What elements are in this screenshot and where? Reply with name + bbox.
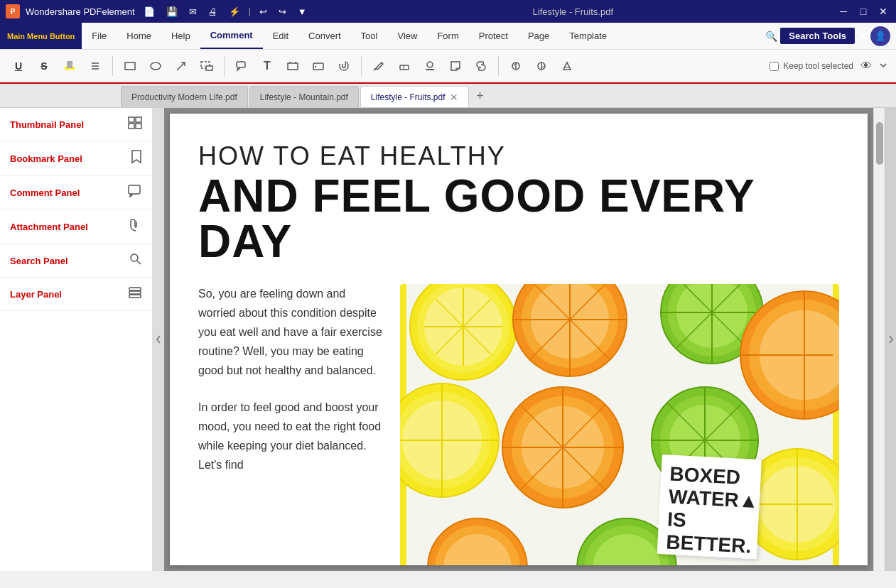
- underline-tool[interactable]: U: [7, 55, 30, 77]
- user-avatar[interactable]: 👤: [870, 26, 890, 46]
- menu-help[interactable]: Help: [161, 23, 200, 49]
- layer-panel-item[interactable]: Layer Panel: [0, 278, 152, 311]
- comment-panel-label: Comment Panel: [10, 187, 80, 198]
- eye-icon[interactable]: 👁: [860, 60, 872, 72]
- svg-rect-1: [67, 61, 72, 68]
- spacing-tool[interactable]: [84, 55, 107, 77]
- tool-11[interactable]: [556, 55, 578, 77]
- svg-line-36: [137, 261, 141, 264]
- svg-text:BETTER.: BETTER.: [666, 530, 752, 557]
- tool-10[interactable]: [530, 55, 553, 77]
- scroll-thumb[interactable]: [876, 122, 883, 165]
- search-panel-icon: [129, 253, 142, 268]
- keep-tool-label: Keep tool selected: [783, 61, 853, 71]
- left-collapse-handle[interactable]: [153, 108, 164, 571]
- search-tools-close[interactable]: ✕: [859, 31, 868, 42]
- textbox-tool[interactable]: [281, 55, 304, 77]
- thumbnail-panel-item[interactable]: Thumbnail Panel: [0, 108, 152, 141]
- menu-file[interactable]: File: [82, 23, 117, 49]
- separator-1: [112, 56, 113, 76]
- tab-label-2: Lifestyle - Mountain.pdf: [260, 92, 348, 102]
- tab-close-fruits[interactable]: ✕: [450, 92, 458, 103]
- main-menu-button[interactable]: Main Menu Button: [0, 23, 82, 49]
- pdf-paragraph-1: So, you are feeling down and worried abo…: [198, 284, 383, 381]
- rectangle-tool[interactable]: [119, 55, 141, 77]
- undo-icon[interactable]: ↩: [257, 5, 270, 18]
- ellipse-tool[interactable]: [144, 55, 167, 77]
- strikethrough-tool[interactable]: S: [33, 55, 55, 77]
- comment-panel-icon: [128, 185, 142, 200]
- tab-productivity[interactable]: Productivity Modern Life.pdf: [121, 86, 248, 107]
- text-tool[interactable]: T: [256, 55, 279, 77]
- menu-tool[interactable]: Tool: [351, 23, 388, 49]
- toolbar-collapse[interactable]: [878, 60, 889, 72]
- menu-view[interactable]: View: [387, 23, 427, 49]
- menu-convert[interactable]: Convert: [298, 23, 351, 49]
- search-panel-item[interactable]: Search Panel: [0, 244, 152, 278]
- pdf-text: So, you are feeling down and worried abo…: [198, 284, 383, 475]
- menu-bar: Main Menu Button File Home Help Comment …: [0, 23, 896, 50]
- svg-rect-11: [288, 63, 298, 70]
- right-collapse-handle[interactable]: [885, 108, 896, 571]
- callout-tool[interactable]: [230, 55, 253, 77]
- maximize-button[interactable]: □: [856, 4, 870, 18]
- close-button[interactable]: ✕: [876, 4, 890, 18]
- svg-text:BOXED: BOXED: [669, 462, 741, 488]
- menu-home[interactable]: Home: [117, 23, 161, 49]
- tab-fruits[interactable]: Lifestyle - Fruits.pdf ✕: [360, 86, 469, 107]
- search-icon[interactable]: 🔍: [765, 31, 777, 42]
- svg-rect-30: [129, 117, 134, 122]
- keep-tool-input[interactable]: [770, 62, 779, 71]
- arrow-tool[interactable]: [170, 55, 193, 77]
- layer-panel-icon: [128, 286, 142, 302]
- redo-icon[interactable]: ↪: [276, 5, 289, 18]
- menu-page[interactable]: Page: [518, 23, 559, 49]
- region-tool[interactable]: [195, 55, 218, 77]
- menu-template[interactable]: Template: [559, 23, 617, 49]
- eraser-tool[interactable]: [393, 55, 416, 77]
- stamp-tool[interactable]: [419, 55, 441, 77]
- typewriter-tool[interactable]: [307, 55, 330, 77]
- dropdown-icon[interactable]: ▼: [295, 5, 310, 18]
- attachment-panel-icon: [129, 218, 142, 235]
- menu-form[interactable]: Form: [427, 23, 468, 49]
- svg-rect-20: [426, 69, 434, 70]
- title-bar: P Wondershare PDFelement 📄 💾 ✉ 🖨 ⚡ | ↩ ↪…: [0, 0, 896, 23]
- app-icon: P: [6, 4, 20, 18]
- tool-9[interactable]: [504, 55, 527, 77]
- menu-comment[interactable]: Comment: [200, 23, 263, 49]
- svg-rect-32: [129, 124, 134, 129]
- file-icon[interactable]: 📄: [141, 5, 158, 18]
- tab-label-1: Productivity Modern Life.pdf: [131, 92, 237, 102]
- tab-mountain[interactable]: Lifestyle - Mountain.pdf: [249, 86, 359, 107]
- svg-line-7: [177, 62, 185, 70]
- print-icon[interactable]: 🖨: [205, 5, 220, 18]
- attachment-panel-item[interactable]: Attachment Panel: [0, 209, 152, 244]
- pencil-tool[interactable]: [367, 55, 390, 77]
- minimize-button[interactable]: ─: [836, 4, 851, 18]
- comment-panel-item[interactable]: Comment Panel: [0, 176, 152, 209]
- bookmark-panel-label: Bookmark Panel: [10, 153, 82, 164]
- keep-tool-checkbox[interactable]: Keep tool selected: [770, 61, 853, 71]
- svg-rect-31: [136, 117, 141, 122]
- email-icon[interactable]: ✉: [186, 5, 200, 18]
- separator-3: [361, 56, 362, 76]
- add-tab-button[interactable]: +: [470, 86, 490, 106]
- link-tool[interactable]: [470, 55, 492, 77]
- menu-edit[interactable]: Edit: [263, 23, 298, 49]
- save-icon[interactable]: 💾: [163, 5, 180, 18]
- search-tools-button[interactable]: Search Tools: [780, 28, 855, 44]
- file-name: Lifestyle - Fruits.pdf: [533, 6, 613, 17]
- highlight-tool[interactable]: [58, 55, 81, 77]
- attachment-tool[interactable]: [333, 55, 355, 77]
- quick-icon[interactable]: ⚡: [226, 5, 243, 18]
- pdf-title-large: AND FEEL GOOD EVERY DAY: [198, 173, 839, 264]
- sticky-tool[interactable]: [444, 55, 467, 77]
- right-scrollbar[interactable]: [873, 108, 885, 571]
- bookmark-panel-item[interactable]: Bookmark Panel: [0, 141, 152, 176]
- svg-rect-37: [129, 295, 141, 298]
- svg-rect-9: [206, 66, 212, 70]
- svg-rect-39: [129, 288, 141, 290]
- svg-rect-5: [125, 62, 135, 70]
- menu-protect[interactable]: Protect: [469, 23, 518, 49]
